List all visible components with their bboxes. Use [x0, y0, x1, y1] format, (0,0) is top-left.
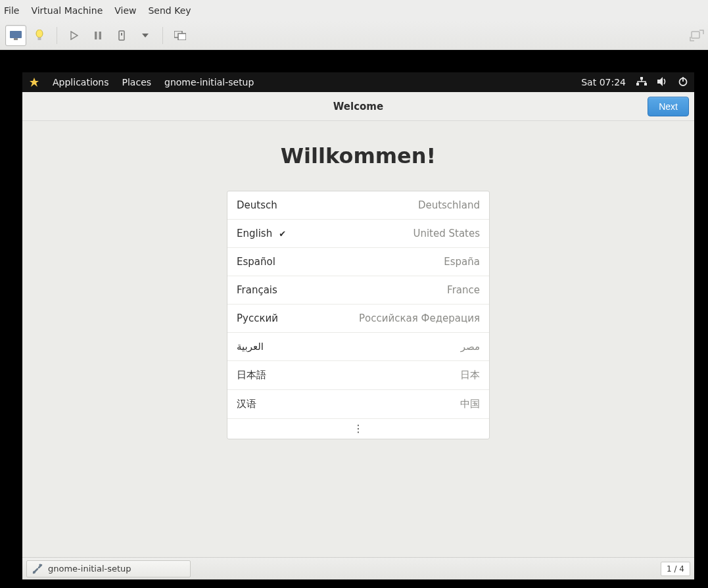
language-region: United States	[413, 228, 480, 239]
language-label: English ✔	[237, 228, 286, 239]
language-region: 中国	[460, 398, 480, 410]
language-label: العربية	[237, 341, 264, 353]
language-label: Español	[237, 256, 275, 268]
language-row-deutsch[interactable]: Deutsch Deutschland	[227, 191, 489, 220]
workspace-pager[interactable]: 1 / 4	[661, 562, 690, 576]
svg-rect-6	[99, 32, 102, 39]
language-label: Deutsch	[237, 199, 277, 211]
taskbar-item-label: gnome-initial-setup	[48, 564, 131, 574]
svg-rect-0	[10, 31, 22, 38]
topbar-places[interactable]: Places	[122, 77, 152, 87]
check-icon: ✔	[279, 229, 286, 239]
tools-icon	[32, 564, 43, 574]
more-icon: ⋮	[353, 427, 364, 431]
svg-rect-11	[178, 34, 186, 40]
svg-rect-3	[38, 37, 41, 40]
svg-marker-13	[30, 78, 39, 87]
svg-rect-19	[682, 77, 684, 82]
language-region: مصر	[461, 341, 480, 353]
language-label: Русский	[237, 312, 278, 324]
language-row-russian[interactable]: Русский Российская Федерация	[227, 305, 489, 333]
menu-virtual-machine[interactable]: Virtual Machine	[31, 5, 103, 16]
language-more-button[interactable]: ⋮	[227, 419, 489, 439]
language-row-english[interactable]: English ✔ United States	[227, 220, 489, 248]
topbar-clock: Sat 07:24	[581, 77, 626, 87]
svg-point-2	[36, 30, 43, 37]
host-toolbar	[0, 21, 708, 50]
language-row-japanese[interactable]: 日本語 日本	[227, 361, 489, 390]
fullscreen-button[interactable]	[170, 25, 191, 46]
lightbulb-icon[interactable]	[29, 25, 50, 46]
welcome-heading: Willkommen!	[22, 143, 694, 168]
topbar-applications[interactable]: Applications	[53, 77, 109, 87]
guest-taskbar: gnome-initial-setup 1 / 4	[22, 557, 694, 579]
language-region: España	[444, 256, 480, 268]
language-row-francais[interactable]: Français France	[227, 276, 489, 305]
menu-file[interactable]: File	[4, 5, 19, 16]
console-button[interactable]	[5, 25, 26, 46]
volume-icon[interactable]	[657, 77, 668, 88]
guest-screen: Applications Places gnome-initial-setup …	[22, 72, 694, 579]
menu-send-key[interactable]: Send Key	[148, 5, 191, 16]
language-list: Deutsch Deutschland English ✔ United Sta…	[227, 191, 490, 439]
page-title: Welcome	[333, 101, 383, 112]
svg-rect-16	[644, 83, 647, 86]
language-label: 日本語	[237, 369, 266, 381]
gnome-topbar: Applications Places gnome-initial-setup …	[22, 72, 694, 92]
dropdown-arrow-icon[interactable]	[135, 25, 156, 46]
menu-view[interactable]: View	[114, 5, 136, 16]
topbar-app-name[interactable]: gnome-initial-setup	[164, 77, 254, 87]
language-label: 汉语	[237, 398, 256, 410]
language-row-chinese[interactable]: 汉语 中国	[227, 390, 489, 419]
host-menubar: File Virtual Machine View Send Key	[0, 0, 708, 21]
svg-marker-9	[142, 34, 149, 37]
svg-rect-5	[95, 32, 97, 39]
svg-rect-12	[692, 32, 699, 38]
guest-display-area: Applications Places gnome-initial-setup …	[0, 50, 708, 588]
svg-marker-17	[657, 77, 663, 86]
window-header: Welcome Next	[22, 92, 694, 121]
language-region: 日本	[460, 369, 480, 381]
network-icon[interactable]	[636, 77, 647, 88]
taskbar-item-initial-setup[interactable]: gnome-initial-setup	[26, 560, 191, 577]
language-label: Français	[237, 284, 277, 296]
language-region: Российская Федерация	[359, 312, 480, 324]
activities-icon[interactable]	[29, 77, 39, 87]
play-button[interactable]	[64, 25, 85, 46]
svg-point-20	[33, 571, 35, 574]
power-icon[interactable]	[678, 77, 688, 88]
content-area: Willkommen! Deutsch Deutschland English …	[22, 121, 694, 557]
svg-marker-4	[71, 32, 78, 39]
resize-display-icon[interactable]	[690, 30, 704, 41]
next-button[interactable]: Next	[648, 97, 689, 116]
svg-rect-15	[636, 83, 639, 86]
svg-rect-8	[121, 33, 122, 36]
toolbar-separator	[57, 27, 57, 44]
svg-rect-14	[640, 77, 643, 80]
language-row-arabic[interactable]: العربية مصر	[227, 333, 489, 361]
language-region: Deutschland	[418, 199, 480, 211]
pause-button[interactable]	[87, 25, 108, 46]
shutdown-button[interactable]	[111, 25, 132, 46]
language-region: France	[447, 284, 480, 296]
language-row-espanol[interactable]: Español España	[227, 248, 489, 276]
svg-rect-1	[14, 38, 18, 40]
toolbar-separator	[162, 27, 163, 44]
